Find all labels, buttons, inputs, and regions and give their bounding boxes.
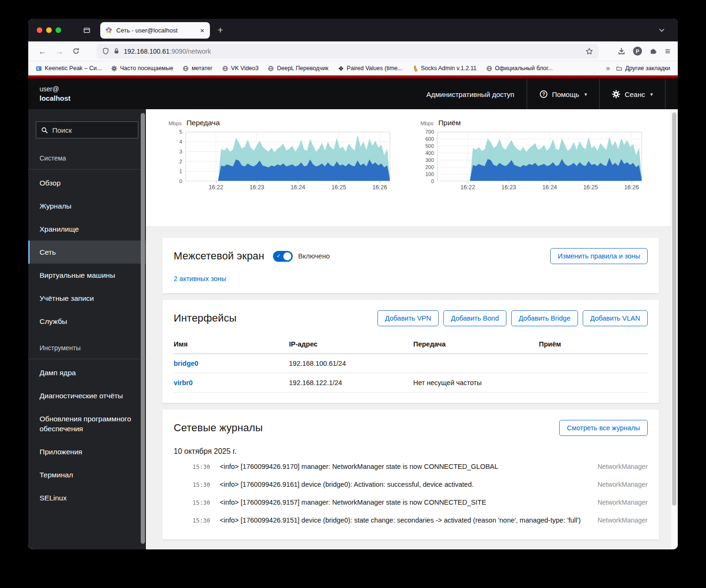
interface-link[interactable]: virbr0 [174,379,289,387]
forward-button[interactable]: → [51,47,68,56]
sidebar-item-label: Журналы [40,202,72,210]
sidebar-item[interactable]: Службы [28,310,146,333]
table-row[interactable]: virbr0 192.168.122.1/24 Нет несущей част… [174,373,648,393]
session-menu-button[interactable]: Сеанс ▾ [599,79,666,109]
bookmark-item[interactable]: Socks Admin v.1.2.11 [412,65,476,72]
bookmark-item[interactable]: метатег [183,65,213,72]
interface-ip: 192.168.100.61/24 [289,360,413,367]
bookmark-item[interactable]: Keenetic Peak – Си... [36,65,102,72]
bookmarks-overflow-icon[interactable]: » [606,64,610,72]
browser-tab[interactable]: Сеть - user@localhost × [100,22,210,39]
col-rx: Приём [539,340,648,348]
window-controls [37,27,61,33]
add-interface-button[interactable]: Добавить Bond [443,310,506,326]
sidebar-item[interactable]: Терминал [28,463,146,486]
sidebar-item-label: Система [40,154,66,162]
content-scrollbar-track[interactable] [671,109,678,549]
minimize-window-button[interactable] [46,27,52,33]
bookmark-item[interactable]: Официальный блог... [486,65,553,72]
close-window-button[interactable] [37,27,42,33]
log-row[interactable]: 15:30 <info> [1760099426.9161] device (b… [193,475,648,493]
bookmark-label: DeepL Переводчик [277,65,328,72]
edit-rules-zones-button[interactable]: Изменить правила и зоны [550,248,648,264]
bookmark-label: метатег [192,65,213,72]
bookmarks-bar: Keenetic Peak – Си... Часто посещаемые м… [28,61,678,75]
zoom-window-button[interactable] [56,27,61,33]
sidebar-item[interactable]: Журналы [28,194,146,217]
sidebar-item[interactable]: SELinux [28,486,146,509]
main-content: MbpsПередача 012345 16:2216:2316:2416:25… [146,109,678,549]
sidebar-item-label: Обзор [40,179,61,187]
add-interface-button[interactable]: Добавить VPN [377,310,439,326]
sidebar-item[interactable]: Система [28,143,146,169]
other-bookmarks-button[interactable]: Другие закладки [616,65,670,72]
log-time: 15:30 [193,517,214,524]
extensions-puzzle-icon[interactable] [650,47,658,55]
help-menu-button[interactable]: Помощь ▾ [527,79,599,109]
profile-badge-icon[interactable]: P [633,47,642,56]
view-all-logs-button[interactable]: Смотреть все журналы [559,420,648,436]
bookmark-item[interactable]: Paired Values (time... [338,65,403,72]
bookmark-item[interactable]: Часто посещаемые [111,65,173,72]
interfaces-rows: bridge0 192.168.100.61/24 virbr0 192.168… [174,354,648,393]
tx-chart-title: Передача [186,119,220,127]
sidebar-search-input[interactable]: Поиск [36,121,138,138]
theme-accent-strip [28,75,678,79]
rx-y-axis: 0100200300400500600700 [420,132,437,181]
sidebar-item[interactable]: Учётные записи [28,287,146,310]
masthead: user@ localhost Административный доступ … [28,79,678,109]
list-all-tabs-icon[interactable] [658,26,666,34]
bookmark-label: Keenetic Peak – Си... [45,65,102,72]
downloads-icon[interactable] [618,47,626,55]
sidebar-item-label: Инструменты [40,344,80,352]
bookmark-favicon [486,65,492,72]
other-bookmarks-label: Другие закладки [625,65,670,72]
admin-access-button[interactable]: Административный доступ [414,79,527,109]
url-bar[interactable]: 192.168.100.61:9090/network [96,44,599,59]
firefox-view-icon[interactable] [83,26,91,34]
help-label: Помощь [552,90,579,98]
add-interface-button[interactable]: Добавить VLAN [583,310,648,326]
back-button[interactable]: ← [34,47,51,56]
reload-button[interactable] [68,47,84,55]
sidebar-scrollbar[interactable] [141,113,145,544]
interfaces-table-header: Имя IP-адрес Передача Приём [174,336,648,354]
sidebar-item[interactable]: Виртуальные машины [28,264,146,287]
new-tab-button[interactable]: + [217,24,223,36]
traffic-charts: MbpsПередача 012345 16:2216:2316:2416:25… [146,109,678,226]
menu-hamburger-icon[interactable]: ≡ [665,46,670,56]
sidebar-item[interactable]: Хранилище [28,217,146,241]
sidebar-item-label: Учётные записи [40,294,94,302]
content-scrollbar-thumb[interactable] [672,113,676,506]
sidebar-item[interactable]: Обзор [28,171,146,194]
table-row[interactable]: bridge0 192.168.100.61/24 [174,354,648,373]
add-interface-button[interactable]: Добавить Bridge [511,310,578,326]
tx-chart: MbpsПередача 012345 16:2216:2316:2416:25… [168,119,390,226]
user-name: user@ [40,85,146,94]
sidebar-item[interactable]: Диагностические отчёты [28,384,146,407]
log-row[interactable]: 15:30 <info> [1760099426.9170] manager: … [193,458,648,475]
bookmark-star-icon[interactable] [586,48,593,55]
log-message: <info> [1760099426.9161] device (bridge0… [220,481,585,488]
log-message: <info> [1760099426.9170] manager: Networ… [220,463,585,470]
log-time: 15:30 [193,481,214,488]
close-tab-icon[interactable]: × [199,27,205,34]
sidebar-item[interactable]: Инструменты [28,333,146,359]
log-row[interactable]: 15:30 <info> [1760099426.9151] device (b… [193,511,648,529]
gear-icon [612,90,620,98]
sidebar-item-label: Хранилище [40,225,79,233]
firewall-toggle[interactable]: ✓ [273,251,293,262]
sidebar-item[interactable]: Сеть [28,241,146,264]
bookmark-item[interactable]: VK Video3 [222,65,259,72]
interface-link[interactable]: bridge0 [174,360,289,367]
log-row[interactable]: 15:30 <info> [1760099426.9157] manager: … [193,493,648,511]
sidebar-item-label: Виртуальные машины [40,271,115,279]
bookmark-item[interactable]: DeepL Переводчик [268,65,328,72]
sidebar-item[interactable]: Дамп ядра [28,361,146,384]
sidebar-item[interactable]: Приложения [28,440,146,463]
rx-plot [437,132,642,181]
lock-icon[interactable] [113,48,120,55]
sidebar-item[interactable]: Обновления программного обеспечения [28,407,146,440]
shield-icon[interactable] [102,48,109,55]
active-zones-link[interactable]: 2 активных зоны [174,275,226,282]
